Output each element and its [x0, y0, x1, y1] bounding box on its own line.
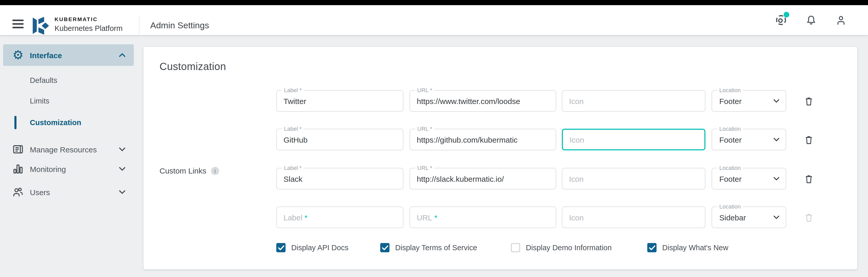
user-menu-button[interactable] — [834, 13, 847, 27]
checkbox-unchecked-icon — [511, 243, 520, 252]
active-indicator — [14, 116, 17, 129]
trash-icon — [803, 174, 814, 185]
window-top-strip — [0, 0, 868, 5]
url-field-empty[interactable]: URL * — [409, 207, 556, 228]
required-asterisk: * — [434, 213, 437, 222]
display-options-row: Display API Docs Display Terms of Servic… — [144, 243, 857, 253]
checkbox-display-terms[interactable]: Display Terms of Service — [380, 243, 477, 252]
kubermatic-logo — [32, 16, 52, 35]
checkbox-checked-icon — [647, 243, 656, 252]
checkbox-checked-icon — [380, 243, 390, 252]
person-icon — [835, 14, 847, 26]
sidebar-item-label: Interface — [30, 51, 62, 59]
label-field[interactable]: Label * — [276, 129, 403, 150]
bar-chart-icon — [10, 163, 26, 175]
list-table-icon — [10, 143, 26, 155]
chevron-down-icon — [119, 167, 126, 171]
icon-field-focused[interactable] — [562, 129, 705, 150]
app-header: KUBERMATIC Kubernetes Platform Admin Set… — [0, 5, 868, 35]
section-heading: Customization — [159, 61, 226, 72]
chevron-up-icon — [119, 53, 126, 57]
icon-field[interactable] — [562, 90, 705, 112]
notifications-button[interactable] — [804, 13, 817, 27]
menu-toggle-button[interactable] — [12, 20, 24, 28]
sidebar-item-defaults[interactable]: Defaults — [3, 72, 134, 88]
hamburger-icon — [12, 20, 24, 21]
trash-icon — [803, 212, 814, 223]
custom-link-row: Label * URL * Location Footer — [144, 129, 857, 150]
people-icon — [10, 186, 26, 198]
chevron-down-icon — [119, 190, 126, 194]
customization-card: Customization Custom Links i Label * URL… — [144, 47, 857, 269]
notification-dot — [784, 12, 789, 18]
delete-link-button-disabled — [802, 211, 815, 224]
sidebar-item-interface[interactable]: ⚙ Interface — [3, 44, 134, 66]
location-select[interactable]: Location Footer — [712, 129, 786, 150]
app-root: KUBERMATIC Kubernetes Platform Admin Set… — [0, 0, 868, 277]
location-select[interactable]: Location Footer — [712, 168, 786, 189]
location-select[interactable]: Location Sidebar — [712, 207, 786, 228]
icon-field[interactable] — [562, 168, 705, 189]
delete-link-button[interactable] — [802, 133, 815, 147]
chevron-down-icon — [773, 215, 779, 219]
header-divider — [139, 16, 140, 34]
label-input[interactable] — [277, 168, 403, 189]
custom-link-row: Label * URL * Location Footer — [144, 168, 857, 189]
chevron-down-icon — [773, 137, 779, 142]
icon-field[interactable] — [562, 207, 705, 228]
custom-link-row: Label * URL * Location Footer — [144, 90, 857, 112]
url-field[interactable]: URL * — [409, 129, 556, 150]
icon-input[interactable] — [562, 207, 705, 227]
label-field-empty[interactable]: Label * — [276, 207, 403, 228]
brand-subtitle: Kubernetes Platform — [55, 25, 122, 32]
chevron-down-icon — [119, 147, 126, 151]
required-asterisk: * — [304, 213, 307, 222]
gear-icon: ⚙ — [10, 49, 26, 61]
sidebar-item-users[interactable]: Users — [3, 181, 134, 203]
custom-link-row-empty: Label * URL * Location Sidebar — [144, 207, 857, 228]
page-title: Admin Settings — [150, 21, 209, 31]
bell-icon — [805, 14, 817, 26]
label-input[interactable] — [277, 91, 403, 111]
checkbox-display-whats-new[interactable]: Display What's New — [647, 243, 728, 252]
chevron-down-icon — [773, 177, 779, 181]
url-input[interactable] — [410, 129, 556, 150]
header-actions — [774, 5, 847, 35]
checkbox-display-api-docs[interactable]: Display API Docs — [276, 243, 348, 252]
brand-name: KUBERMATIC — [55, 17, 122, 22]
url-input[interactable] — [410, 168, 556, 189]
url-field[interactable]: URL * — [409, 90, 556, 112]
sidebar-item-customization[interactable]: Customization — [3, 115, 134, 130]
delete-link-button[interactable] — [802, 173, 815, 186]
icon-input[interactable] — [562, 91, 705, 111]
icon-input[interactable] — [562, 168, 705, 189]
url-field[interactable]: URL * — [409, 168, 556, 189]
brand-text: KUBERMATIC Kubernetes Platform — [55, 17, 122, 32]
delete-link-button[interactable] — [802, 95, 815, 108]
sidebar-item-monitoring[interactable]: Monitoring — [3, 158, 134, 180]
label-input[interactable] — [277, 129, 403, 150]
location-select[interactable]: Location Footer — [712, 90, 786, 112]
checkbox-checked-icon — [276, 243, 285, 252]
trash-icon — [803, 134, 814, 146]
checkbox-display-demo-info[interactable]: Display Demo Information — [511, 243, 612, 252]
community-button[interactable] — [774, 13, 788, 27]
label-field[interactable]: Label * — [276, 90, 403, 112]
sidebar-item-limits[interactable]: Limits — [3, 93, 134, 109]
sidebar-item-manage-resources[interactable]: Manage Resources — [3, 138, 134, 160]
chevron-down-icon — [773, 99, 779, 103]
trash-icon — [803, 96, 814, 107]
icon-input[interactable] — [563, 130, 704, 149]
label-field[interactable]: Label * — [276, 168, 403, 189]
url-input[interactable] — [410, 91, 556, 111]
